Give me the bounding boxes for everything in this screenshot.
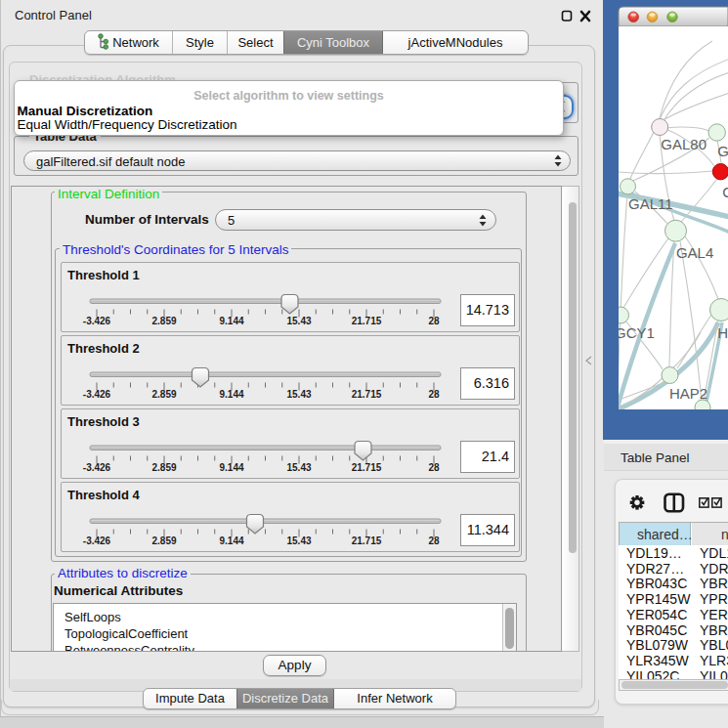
svg-text:21.715: 21.715 bbox=[352, 461, 382, 472]
svg-text:28: 28 bbox=[428, 315, 440, 325]
svg-text:2.859: 2.859 bbox=[151, 461, 176, 472]
svg-text:21.715: 21.715 bbox=[352, 535, 382, 545]
svg-text:-3.426: -3.426 bbox=[83, 388, 111, 399]
svg-text:HAP2: HAP2 bbox=[669, 385, 707, 402]
svg-text:GCY1: GCY1 bbox=[615, 324, 655, 341]
svg-text:2.859: 2.859 bbox=[151, 388, 176, 399]
svg-text:21.715: 21.715 bbox=[352, 315, 382, 325]
svg-text:2.859: 2.859 bbox=[151, 535, 176, 545]
svg-text:21.715: 21.715 bbox=[352, 388, 382, 399]
svg-text:15.43: 15.43 bbox=[286, 315, 311, 325]
svg-text:9.144: 9.144 bbox=[219, 535, 243, 545]
svg-text:2.859: 2.859 bbox=[151, 315, 176, 325]
svg-text:15.43: 15.43 bbox=[286, 535, 311, 545]
svg-text:GAL4: GAL4 bbox=[676, 244, 713, 261]
svg-text:28: 28 bbox=[428, 535, 440, 545]
svg-text:9.144: 9.144 bbox=[219, 461, 243, 472]
svg-text:15.43: 15.43 bbox=[286, 461, 311, 472]
svg-text:-3.426: -3.426 bbox=[83, 535, 111, 545]
svg-text:28: 28 bbox=[428, 461, 440, 472]
svg-text:H: H bbox=[717, 324, 728, 341]
svg-text:GA: GA bbox=[717, 143, 728, 159]
svg-text:-3.426: -3.426 bbox=[83, 315, 111, 325]
svg-text:-3.426: -3.426 bbox=[83, 461, 111, 472]
svg-text:15.43: 15.43 bbox=[286, 388, 311, 399]
svg-text:GAL80: GAL80 bbox=[661, 136, 707, 152]
svg-text:GAL11: GAL11 bbox=[628, 195, 673, 212]
svg-text:C: C bbox=[722, 184, 728, 200]
svg-text:28: 28 bbox=[428, 388, 440, 399]
svg-text:9.144: 9.144 bbox=[219, 388, 243, 399]
svg-text:9.144: 9.144 bbox=[219, 315, 243, 325]
